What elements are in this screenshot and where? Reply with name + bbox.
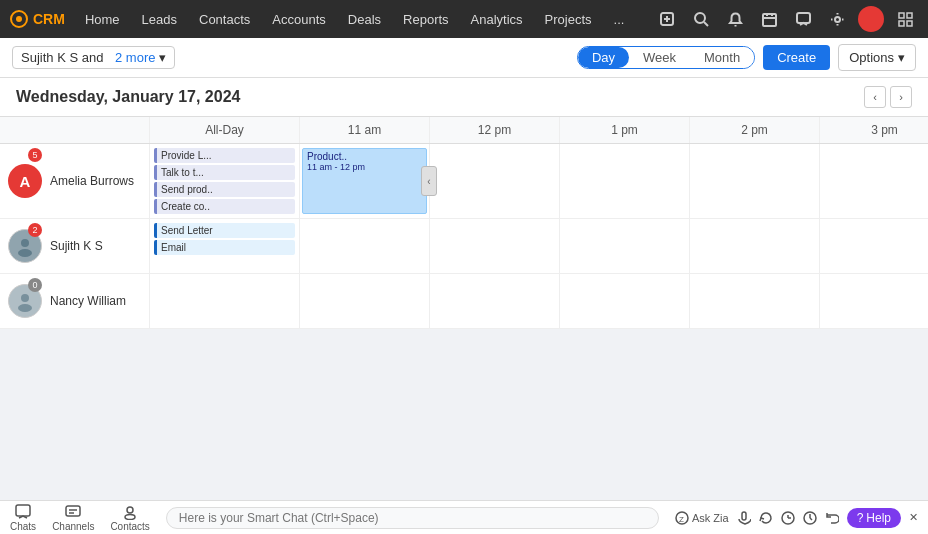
col-allday: All-Day (150, 117, 300, 143)
col-3pm: 3 pm (820, 117, 928, 143)
svg-line-6 (704, 22, 708, 26)
chat-icon[interactable] (790, 6, 816, 32)
crm-logo[interactable]: CRM (10, 10, 65, 28)
date-header: Wednesday, January 17, 2024 ‹ › (0, 78, 928, 117)
empty-cell (560, 144, 690, 218)
svg-rect-15 (907, 13, 912, 18)
avatar: A (8, 164, 42, 198)
col-11am: 11 am (300, 117, 430, 143)
col-person (0, 117, 150, 143)
nav-home[interactable]: Home (77, 8, 128, 31)
add-icon[interactable] (654, 6, 680, 32)
col-2pm: 2 pm (690, 117, 820, 143)
person-name-sujith: Sujith K S (50, 239, 103, 253)
date-navigation: ‹ › (864, 86, 912, 108)
empty-cell (430, 219, 560, 273)
logo-text: CRM (33, 11, 65, 27)
calendar-grid: All-Day 11 am 12 pm 1 pm 2 pm 3 pm A 5 A… (0, 117, 928, 329)
svg-rect-12 (797, 13, 810, 23)
svg-point-13 (835, 17, 840, 22)
prev-day-button[interactable]: ‹ (864, 86, 886, 108)
event-chip[interactable]: Create co.. (154, 199, 295, 214)
search-icon[interactable] (688, 6, 714, 32)
empty-cell (300, 219, 430, 273)
contact-label: Sujith K S and (21, 50, 103, 65)
table-row: 0 Nancy William (0, 274, 928, 329)
contact-selector[interactable]: Sujith K S and 2 more ▾ (12, 46, 175, 69)
svg-point-20 (21, 294, 29, 302)
calendar-toolbar: Sujith K S and 2 more ▾ Day Week Month C… (0, 38, 928, 78)
person-amelia: A 5 Amelia Burrows (0, 144, 150, 218)
svg-point-19 (18, 249, 32, 257)
svg-point-21 (18, 304, 32, 312)
event-chip[interactable]: Email (154, 240, 295, 255)
svg-point-5 (695, 13, 705, 23)
empty-cell (560, 219, 690, 273)
date-title: Wednesday, January 17, 2024 (16, 88, 240, 106)
event-chip[interactable]: Send prod.. (154, 182, 295, 197)
table-row: A 5 Amelia Burrows Provide L... Talk to … (0, 144, 928, 219)
table-row: 2 Sujith K S Send Letter Email (0, 219, 928, 274)
svg-point-1 (16, 16, 22, 22)
badge-sujith: 2 (28, 223, 42, 237)
person-name-nancy: Nancy William (50, 294, 126, 308)
calendar-header: All-Day 11 am 12 pm 1 pm 2 pm 3 pm (0, 117, 928, 144)
svg-rect-16 (899, 21, 904, 26)
chevron-down-icon: ▾ (159, 50, 166, 65)
top-navigation: CRM Home Leads Contacts Accounts Deals R… (0, 0, 928, 38)
view-tabs: Day Week Month (577, 46, 755, 69)
allday-amelia: Provide L... Talk to t... Send prod.. Cr… (150, 144, 300, 218)
tab-week[interactable]: Week (629, 47, 690, 68)
tab-month[interactable]: Month (690, 47, 754, 68)
badge-amelia: 5 (28, 148, 42, 162)
scroll-handle[interactable]: ‹ (421, 166, 437, 196)
svg-rect-14 (899, 13, 904, 18)
col-1pm: 1 pm (560, 117, 690, 143)
nav-analytics[interactable]: Analytics (463, 8, 531, 31)
nav-more[interactable]: ... (606, 8, 633, 31)
person-nancy: 0 Nancy William (0, 274, 150, 328)
svg-rect-8 (763, 14, 776, 26)
nav-deals[interactable]: Deals (340, 8, 389, 31)
allday-nancy (150, 274, 300, 328)
nav-reports[interactable]: Reports (395, 8, 457, 31)
empty-cell (300, 274, 430, 328)
user-avatar[interactable] (858, 6, 884, 32)
svg-point-18 (21, 239, 29, 247)
options-chevron-icon: ▾ (898, 50, 905, 65)
nav-leads[interactable]: Leads (134, 8, 185, 31)
nav-contacts[interactable]: Contacts (191, 8, 258, 31)
event-chip[interactable]: Provide L... (154, 148, 295, 163)
allday-sujith: Send Letter Email (150, 219, 300, 273)
empty-cell (690, 144, 820, 218)
empty-cell (820, 219, 928, 273)
create-button[interactable]: Create (763, 45, 830, 70)
person-name-amelia: Amelia Burrows (50, 174, 134, 188)
event-time: 11 am - 12 pm (307, 162, 422, 172)
empty-cell (690, 219, 820, 273)
svg-rect-17 (907, 21, 912, 26)
event-chip[interactable]: Send Letter (154, 223, 295, 238)
settings-icon[interactable] (824, 6, 850, 32)
bell-icon[interactable] (722, 6, 748, 32)
options-button[interactable]: Options ▾ (838, 44, 916, 71)
empty-cell (690, 274, 820, 328)
time-cell-amelia-11: Product.. 11 am - 12 pm ‹ (300, 144, 430, 218)
calendar-icon[interactable] (756, 6, 782, 32)
nav-icons (654, 6, 918, 32)
tab-day[interactable]: Day (578, 47, 629, 68)
nav-projects[interactable]: Projects (537, 8, 600, 31)
empty-cell (820, 274, 928, 328)
event-label: Product.. (307, 151, 422, 162)
empty-cell (820, 144, 928, 218)
empty-cell (560, 274, 690, 328)
col-12pm: 12 pm (430, 117, 560, 143)
timed-event-amelia[interactable]: Product.. 11 am - 12 pm (302, 148, 427, 214)
nav-accounts[interactable]: Accounts (264, 8, 333, 31)
badge-nancy: 0 (28, 278, 42, 292)
empty-cell (430, 144, 560, 218)
next-day-button[interactable]: › (890, 86, 912, 108)
event-chip[interactable]: Talk to t... (154, 165, 295, 180)
grid-icon[interactable] (892, 6, 918, 32)
person-sujith: 2 Sujith K S (0, 219, 150, 273)
